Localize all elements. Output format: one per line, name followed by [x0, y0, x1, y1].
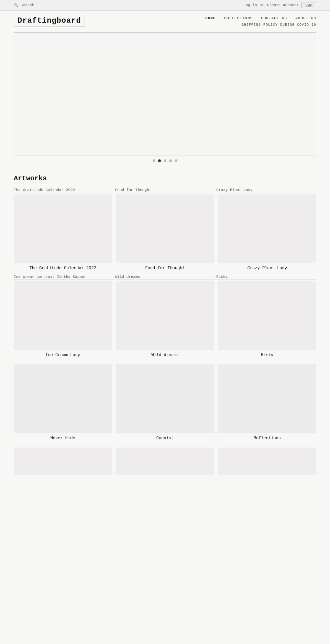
artwork-card-gratitude[interactable]: The Gratitude Calendar 2022	[14, 194, 112, 271]
nav-links-row2: SHIPPING POLICY DURING COVID-19	[242, 23, 316, 27]
logo[interactable]: Draftingboard	[14, 15, 85, 27]
artwork-card-plant[interactable]: Crazy Plant Lady	[218, 194, 316, 271]
row1-labels: The Gratitude Calendar 2022 Food for Tho…	[14, 188, 316, 193]
artwork-image-partial-3	[218, 448, 316, 475]
artwork-card-icecream[interactable]: Ice Cream Lady	[14, 281, 112, 358]
artwork-name-icecream: Ice Cream Lady	[14, 353, 112, 358]
search-icon: 🔍	[14, 3, 19, 8]
search-label: Search	[21, 3, 34, 7]
artwork-grid-row1: The Gratitude Calendar 2022 Food for Tho…	[14, 194, 316, 271]
artwork-image-partial-1	[14, 448, 112, 475]
row2-labels: Ice-cream-portrait-Ishtha_Kapoor Wild dr…	[14, 275, 316, 280]
artwork-card-partial-3[interactable]	[218, 448, 316, 475]
artwork-card-partial-2[interactable]	[116, 448, 214, 475]
nav-links: HOME COLLECTIONS CONTACT US ABOUT US SHI…	[205, 15, 316, 27]
label-icecream: Ice-cream-portrait-Ishtha_Kapoor	[14, 275, 114, 280]
artwork-image-reflections	[218, 364, 316, 433]
artwork-name-reflections: Reflections	[218, 436, 316, 441]
artwork-card-risky[interactable]: Risky	[218, 281, 316, 358]
artwork-name-plant: Crazy Plant Lady	[218, 266, 316, 271]
artwork-grid-row2: Ice Cream Lady Wild dreams Risky	[14, 281, 316, 358]
hero-section	[0, 27, 330, 168]
artwork-image-neverhide	[14, 364, 112, 433]
dot-2[interactable]	[158, 159, 161, 162]
artwork-card-coexist[interactable]: Coexist	[116, 364, 214, 441]
nav-contact[interactable]: CONTACT US	[261, 15, 287, 22]
artwork-grid-row3: Never Hide Coexist Reflections	[14, 364, 316, 441]
main-nav: Draftingboard HOME COLLECTIONS CONTACT U…	[0, 11, 330, 27]
search-area[interactable]: 🔍 Search	[14, 3, 34, 8]
account-area: Log in or Create account Cart	[243, 2, 316, 8]
artwork-name-gratitude: The Gratitude Calendar 2022	[14, 266, 112, 271]
artwork-name-coexist: Coexist	[116, 436, 214, 441]
artwork-card-food[interactable]: Food for Thought	[116, 194, 214, 271]
artwork-image-icecream	[14, 281, 112, 350]
artwork-image-coexist	[116, 364, 214, 433]
artwork-image-wild	[116, 281, 214, 350]
dot-5[interactable]	[175, 159, 177, 162]
or-text: or	[260, 3, 264, 7]
artwork-card-reflections[interactable]: Reflections	[218, 364, 316, 441]
label-gratitude: The Gratitude Calendar 2022	[14, 188, 114, 193]
login-link[interactable]: Log in	[243, 3, 257, 7]
artwork-card-wild[interactable]: Wild dreams	[116, 281, 214, 358]
slider-dots	[14, 159, 316, 162]
artwork-name-food: Food for Thought	[116, 266, 214, 271]
create-account-link[interactable]: Create account	[267, 3, 299, 7]
artwork-card-partial-1[interactable]	[14, 448, 112, 475]
label-food: Food for Thought	[115, 188, 215, 193]
artwork-image-gratitude	[14, 194, 112, 263]
artwork-name-risky: Risky	[218, 353, 316, 358]
artwork-card-neverhide[interactable]: Never Hide	[14, 364, 112, 441]
artwork-name-neverhide: Never Hide	[14, 436, 112, 441]
nav-shipping[interactable]: SHIPPING POLICY DURING COVID-19	[242, 23, 316, 27]
nav-collections[interactable]: COLLECTIONS	[224, 15, 253, 22]
artworks-title: Artworks	[14, 174, 316, 182]
nav-about[interactable]: ABOUT US	[295, 15, 316, 22]
hero-slider[interactable]	[14, 32, 316, 156]
artwork-image-partial-2	[116, 448, 214, 475]
dot-1[interactable]	[153, 159, 155, 162]
artwork-grid-row4	[14, 448, 316, 475]
nav-home[interactable]: HOME	[205, 15, 216, 22]
artwork-image-food	[116, 194, 214, 263]
artworks-section: Artworks The Gratitude Calendar 2022 Foo…	[0, 168, 330, 489]
dot-4[interactable]	[169, 159, 172, 162]
top-bar: 🔍 Search Log in or Create account Cart	[0, 0, 330, 11]
nav-links-row1: HOME COLLECTIONS CONTACT US ABOUT US	[205, 15, 316, 22]
artwork-image-risky	[218, 281, 316, 350]
artwork-name-wild: Wild dreams	[116, 353, 214, 358]
cart-button[interactable]: Cart	[301, 2, 316, 8]
artwork-image-plant	[218, 194, 316, 263]
label-wild: Wild dreams	[115, 275, 215, 280]
label-risky: Risky	[216, 275, 316, 280]
label-plant: Crazy Plant Lady	[216, 188, 316, 193]
dot-3[interactable]	[164, 159, 166, 162]
